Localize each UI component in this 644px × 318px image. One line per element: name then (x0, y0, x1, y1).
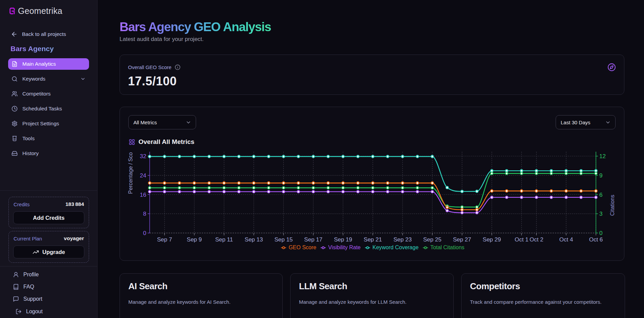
svg-text:Sep 9: Sep 9 (187, 236, 202, 243)
svg-text:Oct 6: Oct 6 (589, 236, 603, 243)
svg-text:3: 3 (599, 211, 602, 217)
svg-text:Sep 23: Sep 23 (393, 236, 412, 243)
svg-text:16: 16 (140, 192, 146, 198)
svg-text:0: 0 (599, 230, 602, 236)
svg-text:Sep 25: Sep 25 (423, 236, 442, 243)
svg-text:Sep 21: Sep 21 (364, 236, 382, 243)
svg-text:8: 8 (143, 211, 146, 217)
svg-text:Percentage / Sco: Percentage / Sco (128, 152, 133, 194)
svg-text:Sep 15: Sep 15 (274, 236, 293, 243)
svg-text:Sep 29: Sep 29 (483, 236, 501, 243)
svg-text:32: 32 (140, 153, 146, 160)
svg-text:Oct 1: Oct 1 (515, 236, 529, 243)
svg-text:9: 9 (599, 172, 602, 179)
svg-text:12: 12 (599, 153, 606, 160)
svg-text:Oct 2: Oct 2 (530, 236, 543, 243)
svg-text:Sep 7: Sep 7 (157, 236, 172, 243)
svg-text:24: 24 (140, 172, 146, 179)
svg-text:Oct 4: Oct 4 (559, 236, 573, 243)
svg-text:Sep 17: Sep 17 (304, 236, 322, 243)
svg-text:0: 0 (143, 230, 146, 236)
svg-text:Sep 13: Sep 13 (245, 236, 263, 243)
svg-text:Sep 11: Sep 11 (215, 236, 233, 243)
svg-text:6: 6 (599, 192, 602, 198)
svg-text:Citations: Citations (609, 195, 615, 216)
svg-text:Sep 19: Sep 19 (334, 236, 352, 243)
svg-text:Sep 27: Sep 27 (453, 236, 471, 243)
